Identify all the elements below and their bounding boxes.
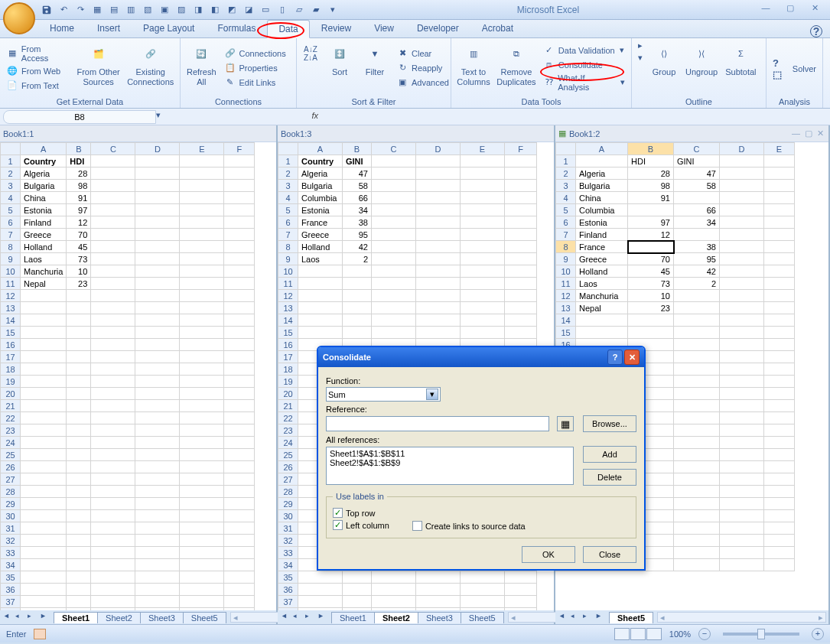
cell[interactable] [416, 302, 461, 314]
cell[interactable] [764, 339, 795, 351]
cell[interactable] [180, 498, 224, 510]
cell[interactable]: Bulgaria [576, 180, 628, 192]
cell[interactable] [576, 314, 628, 327]
cell[interactable] [461, 584, 505, 596]
redo-icon[interactable]: ↷ [73, 3, 87, 17]
cell[interactable] [224, 486, 255, 498]
row-header[interactable]: 34 [278, 559, 298, 571]
cell[interactable] [720, 363, 764, 376]
row-header[interactable]: 4 [1, 192, 21, 204]
tab-review[interactable]: Review [310, 19, 363, 37]
qat-icon[interactable]: ◨ [191, 3, 205, 17]
row-header[interactable]: 33 [1, 547, 21, 559]
row-header[interactable]: 11 [1, 278, 21, 290]
cell[interactable] [180, 571, 224, 584]
row-header[interactable]: 16 [1, 339, 21, 351]
row-header[interactable]: 37 [278, 596, 298, 608]
cell[interactable] [135, 192, 180, 204]
cell[interactable] [180, 314, 224, 327]
row-header[interactable]: 18 [1, 363, 21, 376]
sheet-tab[interactable]: Sheet5 [183, 612, 226, 623]
cell[interactable] [674, 486, 720, 498]
row-header[interactable]: 1 [556, 155, 576, 168]
cell[interactable] [720, 278, 764, 290]
from-other-sources-button[interactable]: 🗂️From Other Sources [74, 40, 123, 96]
cell[interactable] [224, 437, 255, 449]
cell[interactable] [21, 571, 67, 584]
cell[interactable] [67, 363, 91, 376]
sheet-tab[interactable]: Sheet1 [331, 612, 375, 623]
cell[interactable] [224, 424, 255, 437]
cell[interactable]: 58 [343, 180, 372, 192]
cell[interactable]: Laos [298, 253, 343, 265]
row-header[interactable]: 30 [278, 510, 298, 522]
cell[interactable] [224, 278, 255, 290]
cell[interactable] [135, 437, 180, 449]
pane-maximize-button[interactable]: ▢ [805, 128, 812, 138]
cell[interactable] [91, 535, 135, 547]
cell[interactable] [91, 168, 135, 180]
cell[interactable] [674, 461, 720, 473]
cell[interactable] [224, 180, 255, 192]
sheet-tab[interactable]: Sheet5 [461, 612, 504, 623]
cell[interactable]: 45 [67, 241, 91, 253]
dialog-close-icon[interactable]: ✕ [624, 350, 640, 365]
row-header[interactable]: 2 [278, 168, 298, 180]
cell[interactable]: Holland [21, 241, 67, 253]
cell[interactable]: France [576, 241, 628, 253]
column-header[interactable]: C [372, 143, 416, 155]
cell[interactable] [180, 559, 224, 571]
cell[interactable] [135, 522, 180, 535]
cell[interactable] [21, 376, 67, 388]
cell[interactable] [67, 461, 91, 473]
cell[interactable] [298, 278, 343, 290]
cell[interactable] [224, 498, 255, 510]
cell[interactable] [416, 168, 461, 180]
cell[interactable] [224, 155, 255, 168]
cell[interactable]: Greece [298, 229, 343, 241]
cell[interactable] [21, 473, 67, 486]
qat-icon[interactable]: ▰ [309, 3, 323, 17]
cell[interactable] [67, 351, 91, 363]
cell[interactable] [91, 192, 135, 204]
cell[interactable] [135, 510, 180, 522]
cell[interactable] [343, 571, 372, 584]
office-button[interactable] [3, 2, 35, 34]
cell[interactable] [67, 498, 91, 510]
cell[interactable] [372, 229, 416, 241]
cell[interactable] [180, 400, 224, 412]
cell[interactable] [461, 290, 505, 302]
row-header[interactable]: 36 [278, 584, 298, 596]
cell[interactable] [720, 241, 764, 253]
sort-az-button[interactable]: A↓ZZ↓A [300, 40, 321, 96]
row-header[interactable]: 24 [278, 437, 298, 449]
cell[interactable]: 23 [67, 278, 91, 290]
cell[interactable] [21, 559, 67, 571]
cell[interactable] [91, 376, 135, 388]
cell[interactable] [91, 437, 135, 449]
cell[interactable] [21, 596, 67, 608]
cell[interactable] [224, 265, 255, 278]
cell[interactable] [135, 486, 180, 498]
cell[interactable] [674, 449, 720, 461]
cell[interactable] [416, 584, 461, 596]
cell[interactable] [764, 192, 795, 204]
cell[interactable] [67, 376, 91, 388]
cell[interactable] [135, 547, 180, 559]
cell[interactable] [372, 302, 416, 314]
row-header[interactable]: 3 [278, 180, 298, 192]
row-header[interactable]: 14 [278, 314, 298, 327]
from-web-button[interactable]: 🌐From Web [3, 64, 73, 78]
cell[interactable] [372, 204, 416, 216]
cell[interactable] [91, 290, 135, 302]
cell[interactable] [180, 180, 224, 192]
cell[interactable] [720, 204, 764, 216]
cell[interactable] [298, 314, 343, 327]
cell[interactable] [224, 547, 255, 559]
cell[interactable] [720, 168, 764, 180]
row-header[interactable]: 4 [278, 192, 298, 204]
cell[interactable] [505, 192, 537, 204]
cell[interactable] [180, 424, 224, 437]
sheet-tab-nav-button[interactable]: ◄ [3, 612, 14, 623]
qat-icon[interactable]: ▨ [174, 3, 188, 17]
